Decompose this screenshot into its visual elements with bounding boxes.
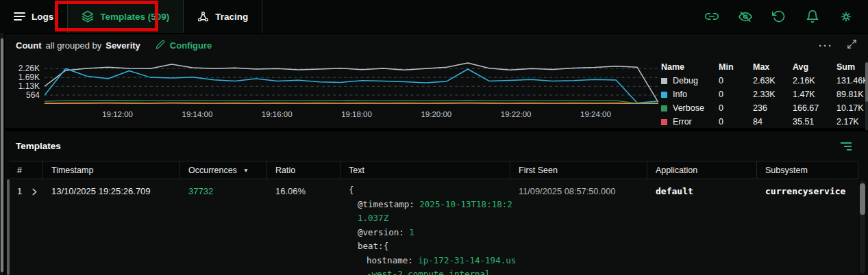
- legend-row-verbose[interactable]: Verbose 0 236 166.67 10.17K: [661, 101, 861, 115]
- chart-group-field: Severity: [106, 40, 140, 51]
- row-ratio: 16.06%: [267, 179, 340, 275]
- legend-name: Debug: [673, 76, 698, 86]
- col-header-occurrences[interactable]: Occurrences▼: [180, 161, 267, 179]
- configure-label: Configure: [170, 40, 212, 51]
- row-occurrences: 37732: [180, 179, 267, 275]
- tab-templates[interactable]: Templates (509): [68, 0, 184, 33]
- chart-menu-button[interactable]: ···: [819, 40, 833, 51]
- col-header-timestamp[interactable]: Timestamp: [43, 161, 180, 179]
- refresh-icon[interactable]: [772, 10, 786, 23]
- filter-sort-icon[interactable]: [841, 142, 852, 150]
- debug-swatch: [661, 78, 667, 84]
- table-left-scrollbar[interactable]: [7, 179, 10, 275]
- col-header-ratio[interactable]: Ratio: [267, 161, 340, 179]
- error-swatch: [661, 119, 667, 125]
- gear-icon[interactable]: [839, 10, 853, 23]
- tab-logs[interactable]: Logs: [0, 0, 68, 33]
- legend-row-error[interactable]: Error 0 84 35.51 2.17K: [661, 115, 861, 129]
- row-timestamp: 13/10/2025 19:25:26.709: [43, 179, 180, 275]
- row-application: default: [647, 179, 757, 275]
- info-swatch: [661, 92, 667, 98]
- nav-actions: [705, 0, 868, 33]
- table-vertical-scrollbar[interactable]: [860, 181, 865, 274]
- tab-templates-label: Templates (509): [100, 12, 169, 22]
- row-log-text: { @timestamp: 2025-10-13T18:18:2 1.037Z …: [340, 179, 510, 275]
- legend-scrollbar[interactable]: [865, 62, 868, 131]
- legend-name: Info: [673, 90, 687, 99]
- chart-metric: Count: [16, 40, 42, 51]
- legend-row-info[interactable]: Info 0 2.33K 1.47K 89.81K: [661, 88, 861, 101]
- logs-icon: [14, 12, 25, 21]
- layers-icon: [82, 10, 94, 23]
- x-axis-ticks: 19:12:0019:14:0019:16:0019:18:0019:20:00…: [45, 110, 658, 121]
- y-axis-labels: 5641.13K1.69K2.26K: [12, 60, 45, 104]
- legend-header-sum: Sum: [836, 62, 861, 72]
- legend-name: Verbose: [673, 103, 704, 113]
- legend-header-row: Name Min Max Avg Sum: [661, 60, 861, 74]
- legend-header-max: Max: [753, 62, 793, 72]
- chart-groupby-text: all grouped by: [46, 40, 102, 51]
- templates-title: Templates: [16, 141, 61, 151]
- legend-row-debug[interactable]: Debug 0 2.63K 2.16K 131.46K: [661, 74, 861, 88]
- tab-tracing-label: Tracing: [215, 12, 248, 22]
- legend-header-name: Name: [661, 62, 719, 72]
- tab-tracing[interactable]: Tracing: [184, 0, 262, 33]
- col-header-subsystem[interactable]: Subsystem: [757, 161, 858, 179]
- top-nav: Logs Templates (509) Tracing: [0, 0, 868, 33]
- eye-off-icon[interactable]: [739, 10, 752, 23]
- bell-icon[interactable]: [806, 10, 819, 23]
- page-vertical-scrollbar[interactable]: [0, 33, 4, 275]
- table-header-row: # Timestamp Occurrences▼ Ratio Text Firs…: [9, 161, 858, 179]
- templates-panel: Templates # Timestamp Occurrences▼ Ratio…: [5, 131, 868, 275]
- col-header-text[interactable]: Text: [340, 161, 510, 179]
- chart-actions: ···: [819, 39, 857, 52]
- severity-chart-panel: Count all grouped by Severity Configure …: [5, 34, 868, 128]
- legend-name: Error: [673, 117, 692, 127]
- col-header-first-seen[interactable]: First Seen: [510, 161, 647, 179]
- row-subsystem: currencyservice: [757, 179, 858, 275]
- col-header-num[interactable]: #: [9, 161, 43, 179]
- expand-row-icon[interactable]: [31, 186, 38, 198]
- verbose-swatch: [661, 105, 667, 112]
- trace-graph-icon: [197, 11, 209, 23]
- link-icon[interactable]: [705, 10, 719, 23]
- chart-header: Count all grouped by Severity Configure …: [5, 34, 868, 55]
- sort-desc-icon: ▼: [243, 167, 249, 174]
- expand-icon[interactable]: [847, 39, 857, 52]
- severity-chart-svg[interactable]: [45, 60, 658, 104]
- pencil-icon: [156, 40, 165, 51]
- col-header-application[interactable]: Application: [647, 161, 757, 179]
- legend-header-min: Min: [719, 62, 753, 72]
- row-first-seen: 11/09/2025 08:57:50.000: [510, 179, 647, 275]
- chart-body: 5641.13K1.69K2.26K 19:12:0019:14:0019:16…: [5, 55, 868, 134]
- row-number: 1: [17, 186, 22, 196]
- tab-logs-label: Logs: [32, 12, 53, 22]
- configure-button[interactable]: Configure: [156, 40, 212, 51]
- legend-header-avg: Avg: [793, 62, 836, 72]
- chart-legend: Name Min Max Avg Sum Debug 0 2.63K 2.16K…: [658, 60, 868, 134]
- table-row[interactable]: 1 13/10/2025 19:25:26.709 37732 16.06% {…: [9, 179, 858, 275]
